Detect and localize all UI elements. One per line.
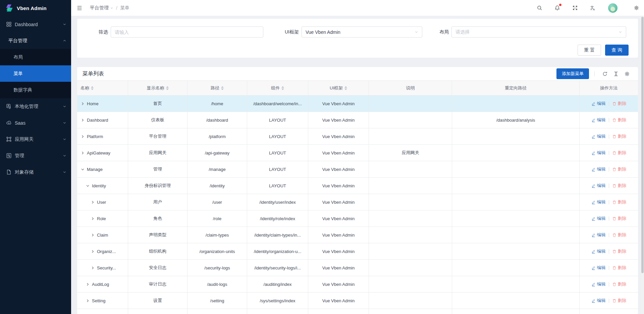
sort-icon[interactable] — [91, 86, 94, 90]
delete-button[interactable]: 删除 — [612, 133, 627, 139]
fullscreen-icon[interactable] — [572, 5, 578, 11]
refresh-icon[interactable] — [602, 71, 608, 77]
edit-button[interactable]: 编辑 — [591, 215, 606, 222]
row-actions: 编辑删除 — [580, 260, 638, 276]
avatar[interactable] — [608, 3, 618, 13]
menu-fold-icon[interactable] — [76, 5, 83, 11]
column-header-path[interactable]: 路径 — [187, 81, 247, 96]
delete-button[interactable]: 删除 — [612, 281, 627, 287]
column-header-ui-framework[interactable]: UI框架 — [308, 81, 369, 96]
delete-button[interactable]: 删除 — [612, 298, 627, 304]
delete-button[interactable]: 删除 — [612, 215, 627, 222]
expand-row-icon[interactable] — [91, 249, 95, 254]
layout-label: 布局 — [439, 29, 449, 35]
edit-button[interactable]: 编辑 — [591, 166, 606, 172]
menu-ui-framework: Vue Vben Admin — [308, 178, 369, 194]
menu-name: Manage — [87, 167, 103, 172]
delete-button[interactable]: 删除 — [612, 232, 627, 238]
delete-button[interactable]: 删除 — [612, 166, 627, 172]
edit-button[interactable]: 编辑 — [591, 298, 606, 304]
sidebar-item-data-dictionary[interactable]: 数据字典 — [0, 82, 71, 98]
menu-name: Setting — [92, 298, 105, 303]
row-actions: 编辑删除 — [580, 128, 638, 145]
delete-button[interactable]: 删除 — [612, 199, 627, 205]
collapse-row-icon[interactable] — [80, 167, 85, 172]
edit-button[interactable]: 编辑 — [591, 101, 606, 107]
delete-button[interactable]: 删除 — [612, 248, 627, 254]
sort-icon[interactable] — [281, 86, 284, 90]
menu-redirect-path — [452, 260, 580, 276]
menu-name: Claim — [97, 233, 108, 238]
table-row: ApiGateway应用网关/api-gatewayLAYOUTVue Vben… — [77, 145, 638, 161]
table-row: Role角色/role/identity/role/indexVue Vben … — [77, 210, 638, 227]
sort-icon[interactable] — [221, 86, 224, 90]
column-header-component[interactable]: 组件 — [247, 81, 308, 96]
sidebar-item-dashboard[interactable]: Dashboard — [0, 16, 71, 33]
expand-row-icon[interactable] — [86, 299, 90, 303]
sidebar-group-platform[interactable]: 平台管理 — [0, 33, 71, 49]
delete-button[interactable]: 删除 — [612, 117, 627, 123]
edit-button[interactable]: 编辑 — [591, 199, 606, 205]
edit-button[interactable]: 编辑 — [591, 281, 606, 287]
menu-name-cell: User — [77, 194, 128, 210]
sidebar-item-api-gateway[interactable]: 应用网关 — [0, 131, 71, 147]
row-actions: 编辑删除 — [580, 96, 638, 112]
keyword-input[interactable] — [115, 29, 259, 35]
expand-row-icon[interactable] — [91, 266, 95, 270]
edit-button[interactable]: 编辑 — [591, 183, 606, 189]
edit-button[interactable]: 编辑 — [591, 265, 606, 271]
framework-select[interactable]: Vue Vben Admin — [302, 26, 422, 38]
main-area: 平台管理 / 菜单 文A — [71, 0, 644, 314]
table-settings-icon[interactable] — [624, 71, 630, 77]
edit-button[interactable]: 编辑 — [591, 117, 606, 123]
collapse-row-icon[interactable] — [86, 184, 90, 188]
sidebar-item-layout[interactable]: 布局 — [0, 49, 71, 65]
delete-button[interactable]: 删除 — [612, 183, 627, 189]
sidebar-item-saas[interactable]: Saas — [0, 115, 71, 131]
menu-redirect-path — [452, 178, 580, 194]
breadcrumb-parent[interactable]: 平台管理 — [90, 5, 113, 11]
delete-button[interactable]: 删除 — [612, 265, 627, 271]
sidebar-item-object-storage[interactable]: 对象存储 — [0, 164, 71, 180]
layout-select[interactable]: 请选择 — [451, 26, 626, 38]
settings-gear-icon[interactable] — [634, 5, 639, 11]
delete-label: 删除 — [618, 133, 627, 139]
page-scrollbar-thumb[interactable] — [641, 17, 644, 273]
add-menu-button[interactable]: 添加新菜单 — [556, 68, 589, 79]
notification-bell-icon[interactable] — [554, 5, 560, 11]
search-button[interactable]: 查 询 — [605, 45, 629, 56]
delete-button[interactable]: 删除 — [612, 101, 627, 107]
expand-row-icon[interactable] — [86, 282, 90, 287]
sidebar-item-localization[interactable]: 本地化管理 — [0, 98, 71, 115]
translate-icon[interactable]: 文A — [590, 5, 596, 11]
menu-path: /identity — [187, 178, 247, 194]
menu-display-name: 组织机构 — [128, 243, 187, 260]
expand-row-icon[interactable] — [91, 233, 95, 237]
edit-button[interactable]: 编辑 — [591, 150, 606, 156]
edit-button[interactable]: 编辑 — [591, 133, 606, 139]
expand-row-icon[interactable] — [80, 102, 85, 106]
expand-row-icon[interactable] — [91, 216, 95, 221]
action-divider — [609, 184, 609, 188]
column-header-display-name[interactable]: 显示名称 — [128, 81, 187, 96]
expand-row-icon[interactable] — [80, 118, 85, 122]
expand-row-icon[interactable] — [91, 200, 95, 204]
expand-row-icon[interactable] — [80, 134, 85, 139]
sort-icon[interactable] — [344, 86, 347, 90]
row-height-icon[interactable] — [613, 71, 619, 77]
cloud-icon — [6, 120, 12, 126]
expand-row-icon[interactable] — [80, 151, 85, 155]
keyword-field[interactable] — [111, 26, 263, 38]
menu-redirect-path — [452, 128, 580, 145]
edit-button[interactable]: 编辑 — [591, 232, 606, 238]
action-divider — [609, 102, 609, 106]
delete-button[interactable]: 删除 — [612, 150, 627, 156]
edit-button[interactable]: 编辑 — [591, 248, 606, 254]
sort-icon[interactable] — [166, 86, 169, 90]
reset-button[interactable]: 重 置 — [578, 45, 601, 56]
app-logo[interactable]: Vben Admin — [0, 0, 71, 16]
column-header-name[interactable]: 名称 — [77, 81, 128, 96]
search-icon[interactable] — [537, 5, 542, 11]
sidebar-item-manage[interactable]: 管理 — [0, 147, 71, 164]
sidebar-item-menu[interactable]: 菜单 — [0, 65, 71, 82]
